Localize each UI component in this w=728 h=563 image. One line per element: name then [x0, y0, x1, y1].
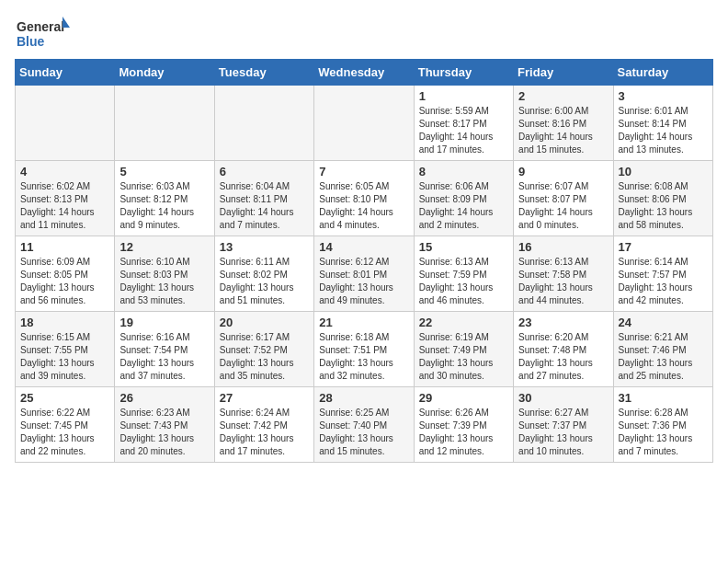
calendar-cell: 4Sunrise: 6:02 AM Sunset: 8:13 PM Daylig… [16, 161, 115, 236]
day-number: 26 [119, 391, 209, 405]
day-number: 29 [419, 391, 508, 405]
day-detail: Sunrise: 6:26 AM Sunset: 7:39 PM Dayligh… [419, 407, 508, 458]
calendar-cell: 19Sunrise: 6:16 AM Sunset: 7:54 PM Dayli… [115, 312, 214, 387]
calendar-cell: 2Sunrise: 6:00 AM Sunset: 8:16 PM Daylig… [514, 86, 613, 161]
calendar-cell: 8Sunrise: 6:06 AM Sunset: 8:09 PM Daylig… [414, 161, 513, 236]
day-detail: Sunrise: 6:21 AM Sunset: 7:46 PM Dayligh… [619, 331, 708, 383]
day-number: 13 [220, 240, 309, 254]
day-detail: Sunrise: 6:03 AM Sunset: 8:12 PM Dayligh… [119, 180, 209, 232]
day-number: 7 [319, 165, 408, 178]
day-number: 24 [619, 316, 708, 329]
page-header: General Blue [15, 15, 713, 52]
day-number: 17 [619, 240, 708, 254]
calendar-cell: 23Sunrise: 6:20 AM Sunset: 7:48 PM Dayli… [514, 312, 613, 387]
day-detail: Sunrise: 6:14 AM Sunset: 7:57 PM Dayligh… [619, 256, 708, 307]
calendar-week-3: 11Sunrise: 6:09 AM Sunset: 8:05 PM Dayli… [16, 236, 713, 312]
day-number: 9 [518, 165, 608, 178]
day-number: 2 [518, 89, 608, 103]
day-number: 4 [20, 165, 109, 178]
weekday-friday: Friday [514, 60, 613, 86]
day-detail: Sunrise: 6:27 AM Sunset: 7:37 PM Dayligh… [518, 407, 608, 458]
calendar-cell: 21Sunrise: 6:18 AM Sunset: 7:51 PM Dayli… [314, 312, 414, 387]
calendar-cell: 6Sunrise: 6:04 AM Sunset: 8:11 PM Daylig… [214, 161, 313, 236]
day-detail: Sunrise: 6:00 AM Sunset: 8:16 PM Dayligh… [518, 105, 608, 156]
day-number: 21 [319, 316, 408, 329]
calendar-cell: 29Sunrise: 6:26 AM Sunset: 7:39 PM Dayli… [414, 387, 513, 463]
day-detail: Sunrise: 6:28 AM Sunset: 7:36 PM Dayligh… [619, 407, 708, 458]
weekday-wednesday: Wednesday [314, 60, 414, 86]
day-detail: Sunrise: 6:13 AM Sunset: 7:59 PM Dayligh… [419, 256, 508, 307]
day-number: 12 [119, 240, 209, 254]
calendar-cell: 30Sunrise: 6:27 AM Sunset: 7:37 PM Dayli… [514, 387, 613, 463]
calendar-cell: 18Sunrise: 6:15 AM Sunset: 7:55 PM Dayli… [16, 312, 115, 387]
day-number: 5 [119, 165, 209, 178]
calendar-cell [115, 86, 214, 161]
day-detail: Sunrise: 6:09 AM Sunset: 8:05 PM Dayligh… [20, 256, 109, 307]
day-detail: Sunrise: 6:11 AM Sunset: 8:02 PM Dayligh… [220, 256, 309, 307]
day-detail: Sunrise: 6:06 AM Sunset: 8:09 PM Dayligh… [419, 180, 508, 232]
day-detail: Sunrise: 6:02 AM Sunset: 8:13 PM Dayligh… [20, 180, 109, 232]
day-detail: Sunrise: 6:05 AM Sunset: 8:10 PM Dayligh… [319, 180, 408, 232]
day-detail: Sunrise: 6:12 AM Sunset: 8:01 PM Dayligh… [319, 256, 408, 307]
day-detail: Sunrise: 6:25 AM Sunset: 7:40 PM Dayligh… [319, 407, 408, 458]
day-number: 8 [419, 165, 508, 178]
calendar-cell: 5Sunrise: 6:03 AM Sunset: 8:12 PM Daylig… [115, 161, 214, 236]
calendar-cell: 31Sunrise: 6:28 AM Sunset: 7:36 PM Dayli… [613, 387, 712, 463]
day-detail: Sunrise: 5:59 AM Sunset: 8:17 PM Dayligh… [419, 105, 508, 156]
calendar-cell: 22Sunrise: 6:19 AM Sunset: 7:49 PM Dayli… [414, 312, 513, 387]
day-number: 11 [20, 240, 109, 254]
day-detail: Sunrise: 6:16 AM Sunset: 7:54 PM Dayligh… [119, 331, 209, 383]
day-detail: Sunrise: 6:20 AM Sunset: 7:48 PM Dayligh… [518, 331, 608, 383]
calendar-table: SundayMondayTuesdayWednesdayThursdayFrid… [15, 59, 713, 463]
calendar-cell: 25Sunrise: 6:22 AM Sunset: 7:45 PM Dayli… [16, 387, 115, 463]
svg-marker-2 [63, 17, 70, 28]
calendar-cell: 20Sunrise: 6:17 AM Sunset: 7:52 PM Dayli… [214, 312, 313, 387]
calendar-cell: 7Sunrise: 6:05 AM Sunset: 8:10 PM Daylig… [314, 161, 414, 236]
day-number: 22 [419, 316, 508, 329]
calendar-cell: 28Sunrise: 6:25 AM Sunset: 7:40 PM Dayli… [314, 387, 414, 463]
day-detail: Sunrise: 6:10 AM Sunset: 8:03 PM Dayligh… [119, 256, 209, 307]
calendar-week-1: 1Sunrise: 5:59 AM Sunset: 8:17 PM Daylig… [16, 86, 713, 161]
calendar-cell: 13Sunrise: 6:11 AM Sunset: 8:02 PM Dayli… [214, 236, 313, 312]
calendar-cell: 11Sunrise: 6:09 AM Sunset: 8:05 PM Dayli… [16, 236, 115, 312]
calendar-cell: 9Sunrise: 6:07 AM Sunset: 8:07 PM Daylig… [514, 161, 613, 236]
calendar-week-4: 18Sunrise: 6:15 AM Sunset: 7:55 PM Dayli… [16, 312, 713, 387]
calendar-week-5: 25Sunrise: 6:22 AM Sunset: 7:45 PM Dayli… [16, 387, 713, 463]
day-detail: Sunrise: 6:15 AM Sunset: 7:55 PM Dayligh… [20, 331, 109, 383]
weekday-monday: Monday [115, 60, 214, 86]
logo: General Blue [15, 15, 70, 52]
logo-svg: General Blue [15, 15, 70, 52]
svg-text:General: General [17, 19, 64, 34]
calendar-cell: 17Sunrise: 6:14 AM Sunset: 7:57 PM Dayli… [613, 236, 712, 312]
day-number: 27 [220, 391, 309, 405]
day-detail: Sunrise: 6:13 AM Sunset: 7:58 PM Dayligh… [518, 256, 608, 307]
weekday-header-row: SundayMondayTuesdayWednesdayThursdayFrid… [16, 60, 713, 86]
day-number: 31 [619, 391, 708, 405]
day-number: 10 [619, 165, 708, 178]
calendar-header: SundayMondayTuesdayWednesdayThursdayFrid… [16, 60, 713, 86]
day-number: 30 [518, 391, 608, 405]
day-number: 16 [518, 240, 608, 254]
day-number: 18 [20, 316, 109, 329]
day-detail: Sunrise: 6:24 AM Sunset: 7:42 PM Dayligh… [220, 407, 309, 458]
calendar-cell: 14Sunrise: 6:12 AM Sunset: 8:01 PM Dayli… [314, 236, 414, 312]
day-number: 1 [419, 89, 508, 103]
calendar-cell: 27Sunrise: 6:24 AM Sunset: 7:42 PM Dayli… [214, 387, 313, 463]
day-number: 23 [518, 316, 608, 329]
svg-text:Blue: Blue [17, 34, 45, 49]
day-number: 6 [220, 165, 309, 178]
calendar-cell [16, 86, 115, 161]
calendar-cell: 26Sunrise: 6:23 AM Sunset: 7:43 PM Dayli… [115, 387, 214, 463]
calendar-cell [214, 86, 313, 161]
calendar-cell [314, 86, 414, 161]
day-detail: Sunrise: 6:23 AM Sunset: 7:43 PM Dayligh… [119, 407, 209, 458]
day-number: 15 [419, 240, 508, 254]
day-number: 28 [319, 391, 408, 405]
weekday-thursday: Thursday [414, 60, 513, 86]
day-detail: Sunrise: 6:17 AM Sunset: 7:52 PM Dayligh… [220, 331, 309, 383]
calendar-cell: 16Sunrise: 6:13 AM Sunset: 7:58 PM Dayli… [514, 236, 613, 312]
weekday-tuesday: Tuesday [214, 60, 313, 86]
calendar-cell: 12Sunrise: 6:10 AM Sunset: 8:03 PM Dayli… [115, 236, 214, 312]
calendar-body: 1Sunrise: 5:59 AM Sunset: 8:17 PM Daylig… [16, 86, 713, 463]
day-detail: Sunrise: 6:04 AM Sunset: 8:11 PM Dayligh… [220, 180, 309, 232]
